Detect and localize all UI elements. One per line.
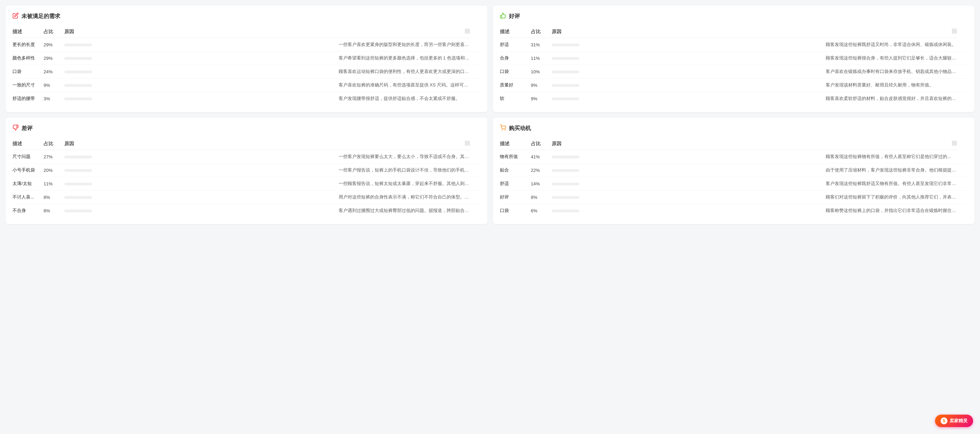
row-4-desc: 不合身 <box>13 204 44 218</box>
row-0-bar <box>64 156 92 158</box>
table-row: 软9%顾客喜欢柔软舒适的材料，贴合皮肤感觉很好，并且喜欢短裤的长度不... <box>500 92 968 105</box>
row-3-pct: 9% <box>44 78 64 92</box>
table-row: 舒适31%顾客发现这些短裤既舒适又时尚，非常适合休闲、锻炼或休闲装。 <box>500 38 968 51</box>
col-header-0: 描述 <box>13 25 44 38</box>
col-header-1: 占比 <box>44 25 64 38</box>
grid-icon-header[interactable] <box>339 138 470 150</box>
row-4-desc: 软 <box>500 92 531 105</box>
row-2-bar-reason <box>552 65 826 78</box>
row-0-pct: 27% <box>44 150 64 164</box>
panel-unmet-table: 描述占比原因更长的长度29%一些客户喜欢更紧身的版型和更短的长度，而另一些客户则… <box>13 25 480 105</box>
row-3-pct: 9% <box>531 78 552 92</box>
row-4-bar <box>552 97 579 100</box>
row-1-bar-reason <box>64 51 339 65</box>
panel-bad-title: 差评 <box>21 125 32 132</box>
table-row: 不合身8%客户遇到过腰围过大或短裤臀部过低的问题。据报道，胯部贴合度也很... <box>13 204 480 218</box>
row-2-bar-reason <box>64 65 339 78</box>
col-header-0: 描述 <box>500 138 531 150</box>
table-row: 小号手机袋20%一些客户报告说，短裤上的手机口袋设计不佳，导致他们的手机掉落或.… <box>13 164 480 177</box>
grid-icon-header[interactable] <box>826 25 957 38</box>
row-4-bar-reason <box>64 92 339 105</box>
svg-rect-2 <box>465 32 467 33</box>
row-1-desc: 贴合 <box>500 164 531 177</box>
svg-rect-0 <box>465 29 467 31</box>
row-1-bar <box>64 169 92 172</box>
col-header-0: 描述 <box>13 138 44 150</box>
row-0-pct: 29% <box>44 38 64 51</box>
row-0-bar-reason <box>552 150 826 164</box>
table-row: 贴合22%由于使用了压缩材料，客户发现这些短裤非常合身。他们根据提供的尺... <box>500 164 968 177</box>
panel-good: 好评描述占比原因舒适31%顾客发现这些短裤既舒适又时尚，非常适合休闲、锻炼或休闲… <box>493 6 975 112</box>
row-3-bar-reason <box>64 191 339 204</box>
row-4-desc: 口袋 <box>500 204 531 218</box>
table-row: 太薄/太短11%一些顾客报告说，短裤太短或太暴露，穿起来不舒服。其他人则发现短.… <box>13 177 480 191</box>
row-3-reason: 顾客们对这些短裤留下了积极的评价，向其他人推荐它们，并表达了他... <box>826 191 957 204</box>
table-row: 口袋10%客户喜欢在锻炼或办事时有口袋来存放手机、钥匙或其他小物品的便利。 <box>500 65 968 78</box>
row-1-bar-reason <box>64 164 339 177</box>
row-1-bar-reason <box>552 164 826 177</box>
panel-good-table: 描述占比原因舒适31%顾客发现这些短裤既舒适又时尚，非常适合休闲、锻炼或休闲装。… <box>500 25 968 105</box>
row-2-pct: 11% <box>44 177 64 191</box>
panel-purchase-table: 描述占比原因物有所值41%顾客发现这些短裤物有所值，有些人甚至称它们是他们穿过的… <box>500 138 968 217</box>
panel-purchase-header: 购买动机 <box>500 124 968 132</box>
grid-icon-header[interactable] <box>339 25 470 38</box>
row-0-desc: 尺寸问题 <box>13 150 44 164</box>
table-row: 物有所值41%顾客发现这些短裤物有所值，有些人甚至称它们是他们穿过的... <box>500 150 968 164</box>
row-3-pct: 8% <box>531 191 552 204</box>
row-0-desc: 更长的长度 <box>13 38 44 51</box>
row-1-desc: 合身 <box>500 51 531 65</box>
col-header-2: 原因 <box>64 138 339 150</box>
table-row: 一致的尺寸9%客户喜欢短裤的准确尺码，有些选项甚至提供 XS 尺码。这样可以更好… <box>13 78 480 92</box>
svg-rect-10 <box>465 143 467 145</box>
row-2-reason: 客户发现这些短裤既舒适又物有所值。有些人甚至发现它们非常适合剧... <box>826 177 957 191</box>
row-3-bar-reason <box>64 78 339 92</box>
table-row: 口袋6%顾客称赞这些短裤上的口袋，并指出它们非常适合在锻炼时握住手机或... <box>500 204 968 218</box>
svg-point-12 <box>502 130 503 130</box>
row-0-bar <box>64 44 92 46</box>
cart-icon <box>500 124 506 132</box>
table-row: 更长的长度29%一些客户喜欢更紧身的版型和更短的长度，而另一些客户则更喜欢更宽.… <box>13 38 480 51</box>
row-2-desc: 口袋 <box>500 65 531 78</box>
row-1-pct: 22% <box>531 164 552 177</box>
row-4-bar <box>64 210 92 212</box>
col-header-1: 占比 <box>531 25 552 38</box>
table-row: 口袋24%顾客喜欢运动短裤口袋的便利性，有些人更喜欢更大或更深的口袋，以... <box>13 65 480 78</box>
svg-rect-4 <box>952 29 954 31</box>
panel-purchase-title: 购买动机 <box>509 125 531 132</box>
row-0-reason: 一些客户发现短裤要么太大，要么太小，导致不适或不合身。其他人报... <box>339 150 470 164</box>
row-1-desc: 颜色多样性 <box>13 51 44 65</box>
svg-rect-1 <box>468 29 469 31</box>
row-2-bar <box>64 70 92 73</box>
row-4-bar-reason <box>552 204 826 218</box>
row-0-desc: 物有所值 <box>500 150 531 164</box>
svg-rect-7 <box>955 32 956 33</box>
col-header-2: 原因 <box>552 138 826 150</box>
row-3-bar <box>552 84 579 87</box>
svg-rect-8 <box>465 141 467 143</box>
table-row: 质量好9%客户发现该材料质量好、耐用且经久耐用，物有所值。 <box>500 78 968 92</box>
row-4-pct: 9% <box>531 92 552 105</box>
row-3-reason: 客户喜欢短裤的准确尺码，有些选项甚至提供 XS 尺码。这样可以更好... <box>339 78 470 92</box>
table-row: 尺寸问题27%一些客户发现短裤要么太大，要么太小，导致不适或不合身。其他人报..… <box>13 150 480 164</box>
row-0-pct: 41% <box>531 150 552 164</box>
row-0-reason: 一些客户喜欢更紧身的版型和更短的长度，而另一些客户则更喜欢更宽... <box>339 38 470 51</box>
row-3-bar <box>64 196 92 199</box>
grid-icon-header[interactable] <box>826 138 957 150</box>
svg-point-13 <box>505 130 505 130</box>
panel-purchase: 购买动机描述占比原因物有所值41%顾客发现这些短裤物有所值，有些人甚至称它们是他… <box>493 118 975 224</box>
row-2-pct: 24% <box>44 65 64 78</box>
panel-bad: 差评描述占比原因尺寸问题27%一些客户发现短裤要么太大，要么太小，导致不适或不合… <box>6 118 487 224</box>
col-header-1: 占比 <box>44 138 64 150</box>
svg-rect-16 <box>952 143 954 145</box>
row-4-pct: 6% <box>531 204 552 218</box>
row-3-bar-reason <box>552 78 826 92</box>
table-row: 舒适14%客户发现这些短裤既舒适又物有所值。有些人甚至发现它们非常适合剧... <box>500 177 968 191</box>
row-2-bar-reason <box>64 177 339 191</box>
col-header-2: 原因 <box>552 25 826 38</box>
row-3-pct: 8% <box>44 191 64 204</box>
row-2-bar <box>552 70 579 73</box>
col-header-2: 原因 <box>64 25 339 38</box>
row-3-bar <box>64 84 92 87</box>
row-4-bar <box>64 97 92 100</box>
row-3-reason: 客户发现该材料质量好、耐用且经久耐用，物有所值。 <box>826 78 957 92</box>
